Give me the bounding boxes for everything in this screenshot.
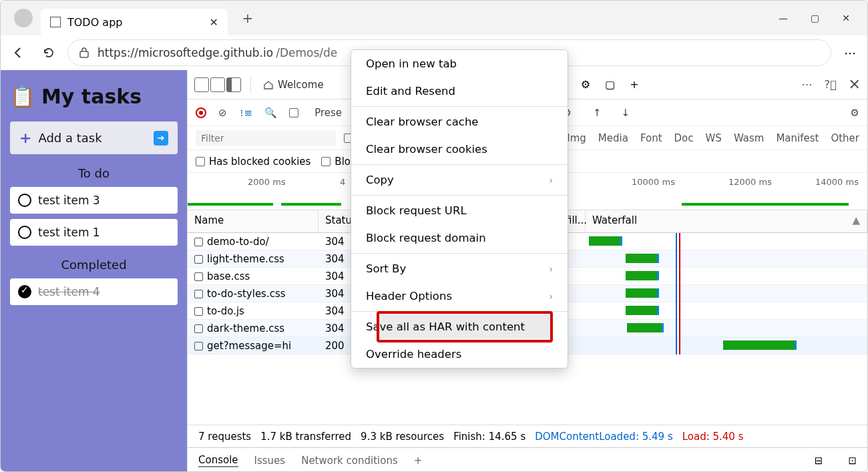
- ctx-clear-cache[interactable]: Clear browser cache: [351, 108, 568, 136]
- search-icon[interactable]: 🔍: [264, 107, 277, 119]
- chip-font[interactable]: Font: [640, 132, 662, 144]
- new-tab-button[interactable]: +: [237, 7, 258, 29]
- preserve-log-checkbox[interactable]: [289, 108, 298, 117]
- stylesheet-icon: [194, 255, 203, 264]
- back-button[interactable]: [6, 41, 30, 65]
- maximize-icon[interactable]: ▢: [811, 13, 819, 23]
- todo-section-label: To do: [10, 166, 178, 180]
- add-task-label: Add a task: [38, 131, 101, 145]
- checkbox-icon[interactable]: [18, 194, 31, 207]
- blocked-requests-checkbox[interactable]: [321, 157, 331, 166]
- chevron-right-icon: ›: [549, 175, 553, 186]
- drawer-network-conditions[interactable]: Network conditions: [301, 455, 398, 467]
- network-summary: 7 requests 1.7 kB transferred 9.3 kB res…: [188, 425, 867, 447]
- tab-title: TODO app: [67, 16, 122, 29]
- submit-arrow-icon[interactable]: ➔: [154, 131, 168, 146]
- chip-ws[interactable]: WS: [706, 132, 722, 144]
- checkbox-icon[interactable]: [18, 226, 31, 239]
- task-item[interactable]: test item 3: [10, 187, 178, 214]
- download-icon[interactable]: ↓: [622, 107, 630, 119]
- blocked-cookies-label: Has blocked cookies: [209, 156, 310, 168]
- chip-manifest[interactable]: Manifest: [776, 132, 819, 144]
- ctx-block-url[interactable]: Block request URL: [351, 197, 568, 224]
- close-window-icon[interactable]: ✕: [842, 13, 850, 23]
- settings-gear-icon[interactable]: ⚙: [581, 78, 590, 91]
- drawer-expand-icon[interactable]: ⊟: [815, 455, 823, 467]
- summary-requests: 7 requests: [198, 431, 251, 443]
- ctx-override-headers[interactable]: Override headers: [351, 340, 568, 368]
- add-tab-icon[interactable]: +: [630, 78, 638, 91]
- chip-wasm[interactable]: Wasm: [734, 132, 765, 144]
- profile-avatar[interactable]: [14, 9, 33, 27]
- task-label: test item 3: [38, 194, 100, 207]
- drawer-add[interactable]: +: [414, 455, 423, 467]
- summary-dcl: DOMContentLoaded: 5.49 s: [535, 431, 673, 443]
- task-item[interactable]: test item 1: [10, 219, 178, 246]
- chip-media[interactable]: Media: [598, 132, 628, 144]
- minimize-icon[interactable]: —: [779, 13, 788, 23]
- url-host: https://microsoftedge.github.io: [97, 46, 273, 59]
- titlebar: TODO app ✕ + — ▢ ✕: [1, 1, 867, 35]
- stylesheet-icon: [194, 324, 203, 333]
- dock-side-icon[interactable]: ▢: [605, 78, 615, 91]
- fetch-icon: [194, 342, 203, 350]
- ctx-copy[interactable]: Copy›: [351, 166, 568, 194]
- close-tab-icon[interactable]: ✕: [210, 16, 218, 29]
- browser-menu-icon[interactable]: ⋯: [838, 46, 862, 60]
- drawer-issues[interactable]: Issues: [254, 455, 286, 467]
- ctx-sort-by[interactable]: Sort By›: [351, 255, 568, 282]
- lock-icon: [79, 47, 89, 59]
- close-devtools-icon[interactable]: ✕: [849, 76, 861, 93]
- script-icon: [194, 307, 203, 316]
- drawer-close-icon[interactable]: ⊡: [848, 455, 857, 467]
- clear-icon[interactable]: ⊘: [218, 107, 227, 119]
- welcome-tab[interactable]: Welcome: [260, 73, 327, 96]
- chip-other[interactable]: Other: [831, 132, 859, 144]
- app-title: My tasks: [41, 85, 142, 108]
- clipboard-icon: 📋: [10, 85, 35, 108]
- chip-doc[interactable]: Doc: [674, 132, 694, 144]
- refresh-button[interactable]: [37, 41, 61, 65]
- task-item-done[interactable]: test item 4: [10, 278, 178, 305]
- checkbox-checked-icon[interactable]: [18, 285, 31, 298]
- blocked-cookies-checkbox[interactable]: [196, 157, 205, 166]
- help-icon[interactable]: ?⃝: [824, 78, 836, 91]
- ctx-save-har[interactable]: Save all as HAR with content: [351, 313, 568, 340]
- chip-img[interactable]: Img: [567, 132, 586, 144]
- filter-toggle-icon[interactable]: ⫶≡: [239, 107, 253, 119]
- filter-input[interactable]: [196, 130, 336, 146]
- panel-settings-icon[interactable]: ⚙: [851, 107, 859, 119]
- app-header: 📋 My tasks: [10, 85, 178, 108]
- url-path: /Demos/de: [276, 46, 337, 59]
- task-label: test item 4: [38, 285, 100, 298]
- browser-tab[interactable]: TODO app ✕: [41, 9, 228, 35]
- stylesheet-icon: [194, 272, 203, 281]
- chevron-right-icon: ›: [549, 291, 553, 302]
- col-name[interactable]: Name: [188, 210, 318, 232]
- add-task-button[interactable]: + Add a task ➔: [10, 122, 178, 154]
- chevron-right-icon: ›: [549, 264, 553, 274]
- ctx-edit-resend[interactable]: Edit and Resend: [351, 77, 568, 105]
- ctx-open-new-tab[interactable]: Open in new tab: [351, 50, 568, 77]
- ctx-header-options[interactable]: Header Options›: [351, 282, 568, 310]
- type-chips: CSS Img Media Font Doc WS Wasm Manifest …: [535, 132, 859, 144]
- drawer-console[interactable]: Console: [198, 454, 238, 467]
- upload-icon[interactable]: ↑: [593, 107, 602, 119]
- more-tools-icon[interactable]: ⋯: [801, 78, 812, 91]
- ctx-block-domain[interactable]: Block request domain: [351, 224, 568, 252]
- summary-transferred: 1.7 kB transferred: [260, 431, 351, 443]
- preserve-log-label: Prese: [314, 107, 342, 119]
- svg-rect-0: [80, 51, 88, 57]
- ctx-clear-cookies[interactable]: Clear browser cookies: [351, 136, 568, 163]
- record-icon[interactable]: [196, 107, 206, 118]
- context-menu: Open in new tab Edit and Resend Clear br…: [351, 49, 568, 369]
- col-waterfall[interactable]: Waterfall▲: [586, 210, 867, 232]
- todo-app-panel: 📋 My tasks + Add a task ➔ To do test ite…: [1, 70, 187, 472]
- stylesheet-icon: [194, 290, 203, 298]
- tab-favicon: [50, 17, 61, 27]
- summary-resources: 9.3 kB resources: [361, 431, 444, 443]
- completed-section-label: Completed: [10, 258, 178, 272]
- summary-finish: Finish: 14.65 s: [453, 431, 525, 443]
- window-controls: — ▢ ✕: [779, 13, 862, 23]
- dock-controls[interactable]: [194, 77, 241, 92]
